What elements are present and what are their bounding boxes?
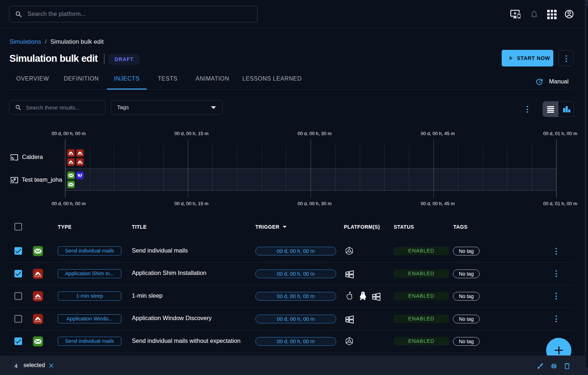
svg-text:CALDERA: CALDERA	[68, 163, 74, 164]
svg-text:CALDERA: CALDERA	[34, 276, 42, 277]
svg-text:CALDERA: CALDERA	[77, 163, 83, 164]
svg-text:CALDERA: CALDERA	[68, 154, 74, 155]
svg-text:CALDERA: CALDERA	[34, 298, 42, 299]
svg-text:CALDERA: CALDERA	[34, 321, 42, 322]
svg-text:CALDERA: CALDERA	[77, 154, 83, 155]
